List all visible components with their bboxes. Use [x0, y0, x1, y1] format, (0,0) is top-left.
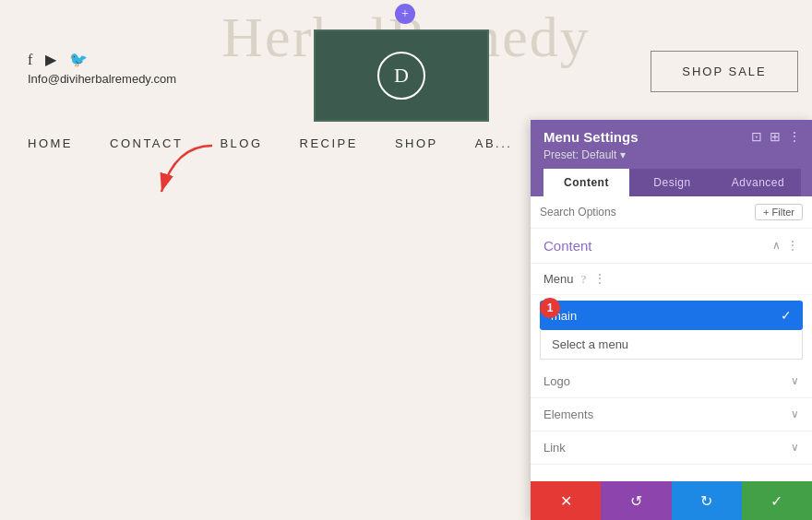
panel-title: Menu Settings [543, 129, 639, 145]
facebook-icon[interactable]: f [28, 52, 32, 68]
undo-button[interactable]: ↺ [601, 481, 671, 520]
section-more-icon[interactable]: ⋮ [786, 238, 799, 254]
section-header-right: ∧ ⋮ [772, 238, 799, 254]
navigation-bar: HOME CONTACT BLOG RECIPE SHOP AB... [0, 136, 526, 150]
content-section-title: Content [543, 238, 592, 254]
help-icon[interactable]: ? [581, 272, 587, 287]
logo-section[interactable]: Logo ∨ [531, 365, 812, 398]
panel-search-bar: + Filter [531, 196, 812, 229]
save-button[interactable]: ✓ [742, 481, 812, 520]
tab-advanced[interactable]: Advanced [715, 169, 801, 196]
plus-button[interactable]: + [395, 4, 415, 24]
step-badge: 1 [540, 298, 560, 318]
tab-content[interactable]: Content [543, 169, 629, 196]
elements-label: Elements [543, 408, 593, 421]
content-section-header: Content ∧ ⋮ [531, 229, 812, 264]
dropdown-check-icon: ✓ [781, 308, 792, 323]
link-chevron-icon: ∨ [791, 441, 799, 455]
panel-header-row: Menu Settings ⊡ ⊞ ⋮ [543, 129, 801, 145]
panel-header: Menu Settings ⊡ ⊞ ⋮ Preset: Default ▾ Co… [531, 120, 812, 196]
logo-label: Logo [543, 374, 570, 388]
collapse-icon[interactable]: ∧ [772, 239, 781, 253]
twitter-icon[interactable]: 🐦 [69, 51, 88, 68]
link-section[interactable]: Link ∨ [531, 431, 812, 465]
dropdown-option-select[interactable]: Select a menu [540, 330, 803, 360]
filter-button[interactable]: + Filter [755, 204, 803, 220]
bottom-action-bar: ✕ ↺ ↻ ✓ [531, 481, 812, 520]
search-input[interactable] [540, 206, 749, 219]
elements-section[interactable]: Elements ∨ [531, 398, 812, 431]
divi-logo-box[interactable]: D [314, 30, 489, 122]
nav-item-contact[interactable]: CONTACT [110, 136, 183, 150]
redo-button[interactable]: ↻ [672, 481, 742, 520]
dropdown-selected[interactable]: main ✓ [540, 301, 803, 330]
link-label: Link [543, 441, 566, 455]
panel-tabs: Content Design Advanced [543, 169, 801, 196]
nav-item-shop[interactable]: SHOP [395, 136, 438, 150]
responsive-icon[interactable]: ⊡ [751, 129, 762, 145]
nav-item-home[interactable]: HOME [28, 136, 73, 150]
cancel-button[interactable]: ✕ [531, 481, 601, 520]
logo-chevron-icon: ∨ [791, 374, 799, 388]
columns-icon[interactable]: ⊞ [770, 129, 781, 145]
shop-sale-button[interactable]: SHOP SALE [651, 51, 798, 92]
nav-item-blog[interactable]: BLOG [220, 136, 262, 150]
elements-chevron-icon: ∨ [791, 408, 799, 421]
more-options-icon[interactable]: ⋮ [788, 129, 801, 145]
menu-label: Menu [543, 272, 574, 286]
menu-more-icon[interactable]: ⋮ [593, 271, 606, 287]
panel-content: Content ∧ ⋮ Menu ? ⋮ main ✓ Select a men… [531, 229, 812, 520]
panel-header-icons: ⊡ ⊞ ⋮ [751, 129, 801, 145]
nav-item-recipe[interactable]: RECIPE [300, 136, 358, 150]
divi-circle-logo: D [377, 52, 425, 100]
youtube-icon[interactable]: ▶ [45, 51, 56, 68]
menu-dropdown-container: main ✓ Select a menu [540, 301, 803, 360]
menu-settings-panel: Menu Settings ⊡ ⊞ ⋮ Preset: Default ▾ Co… [531, 120, 812, 520]
menu-row: Menu ? ⋮ [531, 264, 812, 295]
panel-preset[interactable]: Preset: Default ▾ [543, 148, 801, 161]
tab-design[interactable]: Design [629, 169, 715, 196]
nav-item-ab[interactable]: AB... [475, 136, 513, 150]
